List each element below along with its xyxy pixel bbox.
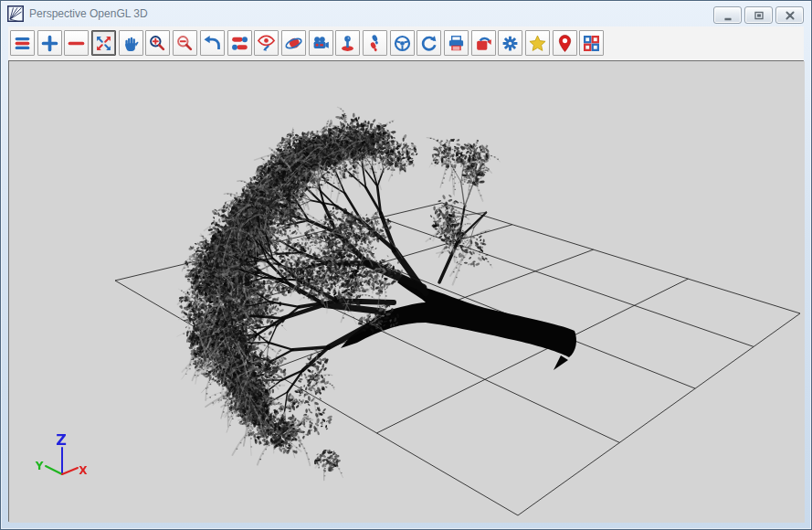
hand-icon bbox=[121, 34, 141, 53]
perspective-window-icon bbox=[7, 5, 24, 22]
joystick-navigate-button[interactable] bbox=[335, 30, 360, 56]
window-title: Perspective OpenGL 3D bbox=[29, 7, 148, 20]
capture-view-button[interactable] bbox=[471, 30, 496, 56]
export-arrow-icon bbox=[474, 34, 493, 53]
window-controls bbox=[713, 6, 804, 24]
minimize-button[interactable] bbox=[713, 6, 742, 24]
view-list-button[interactable] bbox=[10, 30, 35, 56]
magnifier-minus-icon bbox=[175, 34, 195, 53]
undo-view-button[interactable] bbox=[200, 30, 225, 56]
zoom-in-step-button[interactable] bbox=[37, 30, 62, 56]
zoom-extents-button[interactable] bbox=[91, 30, 116, 56]
gear-icon bbox=[501, 34, 520, 53]
pan-button[interactable] bbox=[119, 30, 143, 56]
saved-views-button[interactable] bbox=[525, 30, 550, 56]
drive-through-button[interactable] bbox=[390, 30, 415, 56]
window-grid-icon bbox=[582, 34, 601, 53]
print-view-button[interactable] bbox=[444, 30, 469, 56]
undo-arrow-icon bbox=[203, 34, 222, 53]
viewport-canvas[interactable] bbox=[9, 61, 805, 523]
rotate-arrow-icon bbox=[419, 34, 438, 53]
toolbar bbox=[8, 26, 804, 60]
view-settings-button[interactable] bbox=[498, 30, 522, 56]
orbit-button[interactable] bbox=[281, 30, 306, 56]
zoom-window-in-button[interactable] bbox=[145, 30, 170, 56]
map-pin-icon bbox=[555, 34, 575, 53]
plus-icon bbox=[40, 34, 59, 53]
movie-camera-icon bbox=[311, 34, 331, 53]
planet-icon bbox=[284, 34, 303, 53]
slider-pills-icon bbox=[230, 34, 249, 53]
star-icon bbox=[528, 34, 547, 53]
refresh-view-button[interactable] bbox=[417, 30, 441, 56]
magnifier-plus-icon bbox=[148, 34, 167, 53]
restore-button[interactable] bbox=[744, 6, 773, 24]
placemark-button[interactable] bbox=[553, 30, 577, 56]
look-around-button[interactable] bbox=[254, 30, 279, 56]
tile-views-button[interactable] bbox=[579, 30, 604, 56]
eye-arrow-icon bbox=[257, 34, 276, 53]
minus-icon bbox=[67, 34, 86, 53]
motion-path-button[interactable] bbox=[227, 30, 252, 56]
walk-through-button[interactable] bbox=[363, 30, 387, 56]
titlebar: Perspective OpenGL 3D bbox=[1, 1, 811, 26]
close-button[interactable] bbox=[775, 6, 804, 24]
expand-arrows-icon bbox=[94, 34, 113, 53]
camera-track-button[interactable] bbox=[309, 30, 333, 56]
zoom-window-out-button[interactable] bbox=[173, 30, 197, 56]
joystick-icon bbox=[338, 34, 357, 53]
steering-wheel-icon bbox=[393, 34, 412, 53]
app-window: Perspective OpenGL 3D bbox=[0, 0, 812, 530]
zoom-out-step-button[interactable] bbox=[64, 30, 89, 56]
footprints-icon bbox=[365, 34, 385, 53]
viewport bbox=[8, 60, 804, 522]
printer-icon bbox=[447, 34, 466, 53]
menu-lines-icon bbox=[13, 34, 32, 53]
